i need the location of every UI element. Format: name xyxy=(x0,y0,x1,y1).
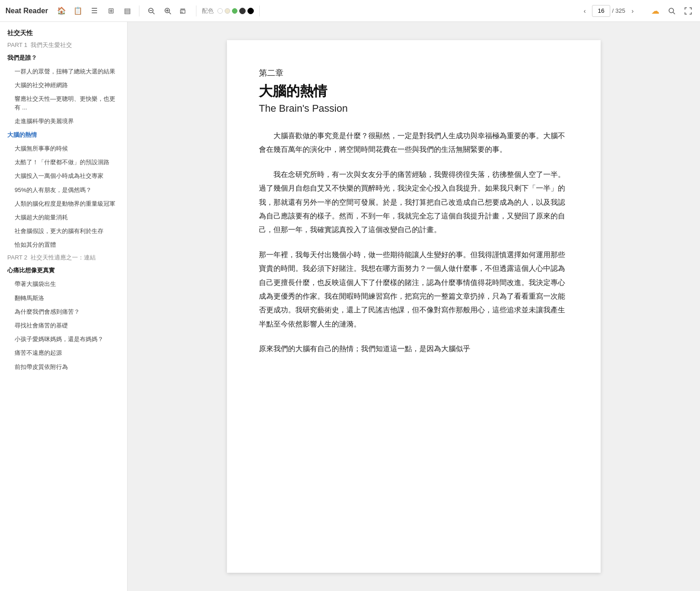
sidebar-item-13[interactable]: 帶著大腦袋出生 xyxy=(0,277,127,291)
toolbar: Neat Reader 🏠 📋 ☰ ⊞ ▤ A 配色 xyxy=(0,0,700,22)
divider-1 xyxy=(139,5,139,16)
sidebar-item-11[interactable]: 社會腦假設，更大的腦有利於生存 xyxy=(0,224,127,238)
svg-line-1 xyxy=(153,12,154,14)
svg-point-10 xyxy=(669,8,674,13)
page-navigation: ‹ / 325 › xyxy=(579,5,638,17)
chapter-title-en: The Brain's Passion xyxy=(259,103,569,114)
prev-page-button[interactable]: ‹ xyxy=(579,5,590,16)
sidebar-book-title: 社交天性 xyxy=(0,26,127,39)
open-file-icon[interactable]: 📋 xyxy=(72,5,84,17)
content-area[interactable]: 第二章 大腦的熱情 The Brain's Passion 大腦喜歡做的事究竟是… xyxy=(128,22,700,591)
sidebar-item-9[interactable]: 人類的腦化程度是動物界的重量級冠軍 xyxy=(0,197,127,211)
paragraph-3-text: 那一年裡，我每天付出幾個小時，做一些期待能讓人生變好的事。但我得謹慎選擇如何運用… xyxy=(259,250,565,328)
sidebar-section-who[interactable]: 我們是誰？ xyxy=(0,51,127,65)
svg-line-11 xyxy=(673,12,675,14)
sidebar-item-15[interactable]: 為什麼我們會感到痛苦？ xyxy=(0,305,127,319)
paragraph-4-text: 原來我們的大腦有自己的熱情；我們知道這一點，是因為大腦似乎 xyxy=(259,344,470,353)
sidebar-part-2: PART 2 社交天性適應之一：連結 xyxy=(0,252,127,264)
paragraph-3: 那一年裡，我每天付出幾個小時，做一些期待能讓人生變好的事。但我得謹慎選擇如何運用… xyxy=(259,248,569,331)
zoom-in-icon[interactable] xyxy=(161,5,174,17)
divider-3 xyxy=(259,5,260,16)
font-size-icon[interactable]: A xyxy=(178,5,190,17)
sidebar-item-10[interactable]: 大腦超大的能量消耗 xyxy=(0,211,127,224)
sidebar-item-12[interactable]: 恰如其分的置體 xyxy=(0,238,127,252)
sidebar-item-3[interactable]: 響應社交天性—更聰明、更快樂，也更有 ... xyxy=(0,92,127,114)
page-number-input[interactable] xyxy=(592,5,610,17)
sidebar-item-18[interactable]: 痛苦不遠應的起源 xyxy=(0,346,127,360)
paragraph-2: 我在念研究所時，有一次與女友分手的痛苦經驗，我覺得徬徨失落，彷彿整個人空了一半。… xyxy=(259,168,569,237)
sidebar-item-6[interactable]: 太酷了！「什麼都不做」的預設洄路 xyxy=(0,156,127,169)
zoom-out-icon[interactable] xyxy=(145,5,158,17)
main-area: 社交天性 PART 1 我們天生愛社交 我們是誰？ 一群人的眾聲，扭轉了總統大選… xyxy=(0,22,700,591)
white-color-dot[interactable] xyxy=(217,8,223,14)
sidebar-item-4[interactable]: 走進腦科學的美麗境界 xyxy=(0,114,127,128)
grid-view-icon[interactable]: ⊞ xyxy=(104,5,117,17)
svg-text:A: A xyxy=(180,10,183,15)
menu-icon[interactable]: ☰ xyxy=(88,5,101,17)
list-view-icon[interactable]: ▤ xyxy=(121,5,134,17)
sidebar-item-7[interactable]: 大腦投入一萬個小時成為社交專家 xyxy=(0,169,127,183)
sidebar-item-19[interactable]: 前扣帶皮質依附行為 xyxy=(0,360,127,374)
sidebar-item-8[interactable]: 95%的人有朋友，是偶然嗎？ xyxy=(0,183,127,197)
cloud-sync-icon[interactable]: ☁ xyxy=(649,5,662,17)
light-color-dot[interactable] xyxy=(225,8,230,14)
library-icon[interactable]: 🏠 xyxy=(55,5,68,17)
paragraph-1: 大腦喜歡做的事究竟是什麼？很顯然，一定是對我們人生成功與幸福極為重要的事。大腦不… xyxy=(259,129,569,157)
sidebar-item-5[interactable]: 大腦無所事事的時候 xyxy=(0,142,127,156)
fullscreen-icon[interactable] xyxy=(682,5,695,17)
sidebar-item-14[interactable]: 翻轉馬斯洛 xyxy=(0,291,127,305)
search-icon[interactable] xyxy=(665,5,678,17)
sidebar-part-1: PART 1 我們天生愛社交 xyxy=(0,39,127,51)
dark-color-dot[interactable] xyxy=(239,8,246,14)
black-color-dot[interactable] xyxy=(247,8,254,14)
chapter-label: 第二章 xyxy=(259,67,569,78)
toolbar-right: ☁ xyxy=(649,5,695,17)
book-page: 第二章 大腦的熱情 The Brain's Passion 大腦喜歡做的事究竟是… xyxy=(227,40,601,573)
sidebar-item-16[interactable]: 尋找社會痛苦的基礎 xyxy=(0,319,127,332)
svg-line-4 xyxy=(169,12,171,14)
green-color-dot[interactable] xyxy=(232,8,237,14)
svg-rect-7 xyxy=(180,9,185,10)
next-page-button[interactable]: › xyxy=(627,5,638,16)
app-title: Neat Reader xyxy=(5,7,48,15)
chapter-title-zh: 大腦的熱情 xyxy=(259,82,569,101)
color-dots-group xyxy=(217,8,254,14)
sidebar: 社交天性 PART 1 我們天生愛社交 我們是誰？ 一群人的眾聲，扭轉了總統大選… xyxy=(0,22,128,591)
color-label: 配色 xyxy=(202,7,214,15)
sidebar-section-pain[interactable]: 心痛比想像更真實 xyxy=(0,264,127,277)
divider-2 xyxy=(196,5,196,16)
sidebar-item-17[interactable]: 小孩子愛媽咪媽媽，還是布媽媽？ xyxy=(0,332,127,346)
page-total: / 325 xyxy=(612,7,625,14)
sidebar-item-2[interactable]: 大腦的社交神經網路 xyxy=(0,78,127,92)
sidebar-item-1[interactable]: 一群人的眾聲，扭轉了總統大選的結果 xyxy=(0,65,127,78)
paragraph-4: 原來我們的大腦有自己的熱情；我們知道這一點，是因為大腦似乎 xyxy=(259,342,569,356)
sidebar-chapter-brain-passion[interactable]: 大腦的熱情 xyxy=(0,128,127,142)
